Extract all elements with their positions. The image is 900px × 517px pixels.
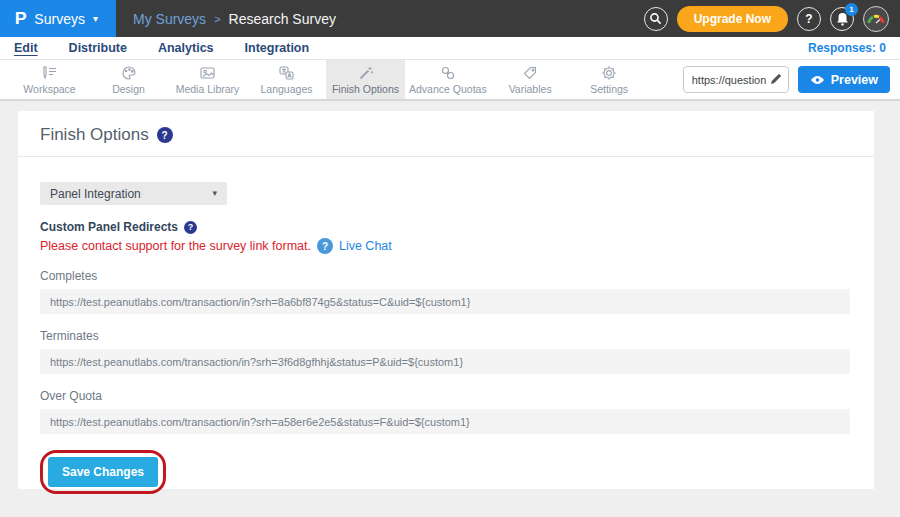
completes-field-group: Completes [40,269,850,314]
chain-link-icon [440,65,456,81]
breadcrumb-current: Research Survey [229,11,336,27]
tool-languages[interactable]: Languages [247,60,326,99]
app-menu[interactable]: P Surveys ▾ [0,0,116,37]
tool-design[interactable]: Design [89,60,168,99]
tool-workspace[interactable]: Workspace [10,60,89,99]
workspace-icon [41,65,58,81]
palette-icon [121,65,137,81]
edit-toolbar: Workspace Design Media Library Languages [0,60,900,101]
search-button[interactable] [644,7,668,31]
red-highlight-annotation: Save Changes [40,450,166,494]
terminates-field-group: Terminates [40,329,850,374]
tool-label: Variables [509,83,552,95]
top-bar: P Surveys ▾ My Surveys > Research Survey… [0,0,900,37]
eye-icon [810,75,825,85]
section-heading: Custom Panel Redirects ? [40,220,850,234]
gauge-avatar-icon [866,9,886,29]
nav-tab-integration[interactable]: Integration [245,41,310,55]
upgrade-now-button[interactable]: Upgrade Now [677,6,788,32]
section-heading-label: Custom Panel Redirects [40,220,178,234]
nav-tab-analytics[interactable]: Analytics [158,41,214,55]
tool-label: Finish Options [332,83,399,95]
help-icon[interactable]: ? [184,221,197,234]
tool-label: Media Library [176,83,240,95]
topbar-actions: Upgrade Now ? 1 [644,6,900,32]
tool-label: Design [112,83,145,95]
breadcrumb-separator: > [214,13,220,25]
image-icon [199,65,216,81]
chat-help-icon[interactable]: ? [317,238,333,254]
notice-text: Please contact support for the survey li… [40,239,311,253]
tool-label: Settings [590,83,628,95]
over-quota-url-input[interactable] [40,409,850,434]
chevron-down-icon: ▾ [93,14,98,24]
breadcrumb: My Surveys > Research Survey [133,11,336,27]
completes-label: Completes [40,269,850,283]
panel-body: Panel Integration ▾ Custom Panel Redirec… [18,157,874,494]
toolbar-end: Preview [683,60,900,99]
app-menu-label: Surveys [34,11,85,27]
tool-finish-options[interactable]: Finish Options [326,60,405,99]
nav-tab-distribute[interactable]: Distribute [69,41,127,55]
terminates-url-input[interactable] [40,349,850,374]
questionpro-logo-icon: P [15,9,27,29]
finish-options-panel: Finish Options ? Panel Integration ▾ Cus… [18,111,874,489]
finish-option-select[interactable]: Panel Integration ▾ [40,182,227,205]
chevron-down-icon: ▾ [212,189,217,198]
tool-advance-quotas[interactable]: Advance Quotas [405,60,491,99]
translate-icon [278,65,295,81]
notification-badge: 1 [845,3,858,16]
selected-option: Panel Integration [50,187,141,201]
support-notice: Please contact support for the survey li… [40,238,850,254]
over-quota-label: Over Quota [40,389,850,403]
save-area: Save Changes [40,450,850,494]
save-changes-button[interactable]: Save Changes [48,457,158,487]
tool-label: Workspace [23,83,75,95]
survey-nav: Edit Distribute Analytics Integration Re… [0,37,900,60]
tool-settings[interactable]: Settings [570,60,649,99]
help-icon[interactable]: ? [157,127,173,143]
panel-header: Finish Options ? [18,111,874,157]
search-icon [649,12,662,25]
tag-icon [522,65,538,81]
nav-tab-edit[interactable]: Edit [14,41,38,55]
notifications-button[interactable]: 1 [830,7,854,31]
tool-media-library[interactable]: Media Library [168,60,247,99]
tool-label: Languages [261,83,313,95]
magic-wand-icon [358,65,374,81]
tool-label: Advance Quotas [409,83,487,95]
preview-label: Preview [831,73,878,87]
avatar[interactable] [863,6,889,32]
tool-variables[interactable]: Variables [491,60,570,99]
terminates-label: Terminates [40,329,850,343]
responses-count[interactable]: Responses: 0 [808,41,886,55]
edit-pencil-icon[interactable] [769,72,783,86]
over-quota-field-group: Over Quota [40,389,850,434]
breadcrumb-parent[interactable]: My Surveys [133,11,206,27]
live-chat-link[interactable]: Live Chat [339,239,392,253]
preview-button[interactable]: Preview [798,66,890,93]
completes-url-input[interactable] [40,289,850,314]
help-button[interactable]: ? [797,7,821,31]
gear-icon [601,65,617,81]
page-title: Finish Options [40,125,149,145]
